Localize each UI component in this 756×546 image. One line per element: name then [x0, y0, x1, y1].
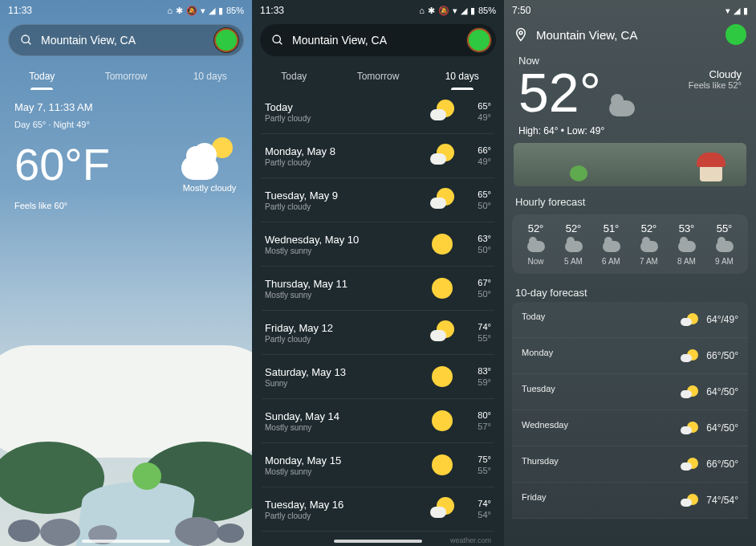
hi-temp: 63° [461, 233, 491, 244]
tab-today[interactable]: Today [252, 64, 336, 90]
signal-icon: ◢ [461, 6, 467, 16]
tab-tendays[interactable]: 10 days [168, 64, 252, 90]
svg-point-0 [22, 35, 29, 43]
daily-row[interactable]: Monday66°/50° [512, 338, 748, 374]
weather-tendays-screen: 11:33 ⌂ ✱ 🔕 ▾ ◢ ▮ 85% Mountain View, CA … [252, 0, 504, 546]
hour-temp: 52° [630, 222, 668, 234]
day-name: Today [522, 312, 673, 321]
day-temps: 64°/50° [706, 386, 738, 397]
hi-temp: 83° [461, 365, 491, 377]
status-icons: ⌂ ✱ 🔕 ▾ ◢ ▮ 85% [419, 6, 496, 16]
cast-icon: ⌂ [167, 6, 173, 15]
hour-temp: 51° [592, 222, 630, 234]
hour-temp: 52° [517, 222, 555, 234]
status-icons: ⌂ ✱ 🔕 ▾ ◢ ▮ 85% [167, 6, 244, 16]
location-search[interactable]: Mountain View, CA [8, 24, 244, 56]
frog-icon [570, 165, 587, 181]
lo-temp: 54° [461, 509, 491, 520]
forecast-row[interactable]: Saturday, May 13Sunny83°59° [262, 355, 494, 399]
hi-temp: 65° [461, 189, 491, 200]
daily-row[interactable]: Wednesday64°/50° [512, 410, 748, 446]
status-bar: 7:50 ▾ ◢ ▮ [504, 0, 756, 19]
hourly-item[interactable]: 55°9 AM [705, 222, 743, 266]
condition-label: Mostly cloudy [181, 183, 238, 193]
forecast-row[interactable]: Sunday, May 14Mostly sunny80°57° [262, 399, 494, 443]
forecast-row[interactable]: Wednesday, May 10Mostly sunny63°50° [262, 222, 494, 267]
hourly-forecast[interactable]: 52°Now52°5 AM51°6 AM52°7 AM53°8 AM55°9 A… [512, 214, 748, 274]
weather-icon [527, 241, 545, 252]
profile-dot-icon[interactable] [726, 24, 746, 45]
tab-today[interactable]: Today [0, 64, 84, 90]
hourly-title: Hourly forecast [504, 186, 756, 211]
ten-day-list[interactable]: TodayPartly cloudy65°49°Monday, May 8Par… [252, 90, 504, 532]
forecast-condition: Partly cloudy [265, 511, 424, 520]
weather-icon [678, 241, 696, 252]
now-block: Now 52° Cloudy Feels like 52° High: 64° … [504, 50, 756, 138]
lo-temp: 55° [461, 465, 491, 476]
hourly-item[interactable]: 51°6 AM [592, 222, 630, 266]
day-temps: 74°/54° [706, 495, 738, 506]
weather-icon [681, 313, 698, 326]
date-time: May 7, 11:33 AM [14, 101, 238, 113]
profile-dot-icon[interactable] [216, 30, 237, 51]
forecast-row[interactable]: Thursday, May 11Mostly sunny67°50° [262, 267, 494, 311]
hourly-item[interactable]: 52°7 AM [630, 222, 668, 266]
battery-icon: ▮ [743, 6, 748, 16]
battery-pct: 85% [226, 6, 244, 15]
wifi-icon: ▾ [453, 6, 457, 16]
weather-icon [681, 385, 698, 398]
data-source[interactable]: weather.com [252, 532, 504, 546]
search-text: Mountain View, CA [292, 34, 461, 47]
daily-row[interactable]: Friday74°/54° [512, 483, 748, 519]
profile-dot-icon[interactable] [469, 30, 490, 51]
hour-label: 6 AM [592, 257, 630, 266]
forecast-row[interactable]: Friday, May 12Partly cloudy74°55° [262, 311, 494, 355]
lo-temp: 49° [461, 156, 491, 167]
forecast-condition: Mostly sunny [265, 467, 424, 476]
forecast-condition: Mostly sunny [265, 247, 424, 255]
daily-row[interactable]: Today64°/49° [512, 302, 748, 338]
lo-temp: 57° [461, 421, 491, 432]
weather-icon [429, 275, 456, 302]
forecast-tabs: Today Tomorrow 10 days [252, 59, 504, 90]
frog-icon [132, 462, 161, 490]
tab-tomorrow[interactable]: Tomorrow [84, 64, 169, 90]
forecast-condition: Mostly sunny [265, 291, 424, 299]
nav-bar[interactable] [334, 540, 422, 543]
svg-line-3 [279, 42, 282, 44]
lo-temp: 49° [461, 112, 491, 123]
ten-day-forecast[interactable]: Today64°/49°Monday66°/50°Tuesday64°/50°W… [512, 302, 748, 519]
status-icons: ▾ ◢ ▮ [726, 6, 748, 16]
lo-temp: 50° [461, 200, 491, 211]
weather-icon [603, 241, 620, 252]
daily-row[interactable]: Thursday66°/50° [512, 446, 748, 483]
daily-row[interactable]: Tuesday64°/50° [512, 374, 748, 410]
location-search[interactable]: Mountain View, CA [260, 24, 496, 56]
weather-icon [716, 241, 734, 252]
now-feels-like: Feels like 52° [689, 80, 742, 90]
signal-icon: ◢ [734, 6, 740, 16]
hi-temp: 80° [461, 410, 491, 421]
wifi-icon: ▾ [201, 6, 205, 16]
location-bar[interactable]: Mountain View, CA [504, 19, 756, 50]
weather-icon [565, 241, 583, 252]
hourly-item[interactable]: 53°8 AM [668, 222, 705, 266]
tab-tendays[interactable]: 10 days [420, 64, 504, 90]
tab-tomorrow[interactable]: Tomorrow [336, 64, 421, 90]
weather-new-ui-screen: 7:50 ▾ ◢ ▮ Mountain View, CA Now 52° Clo… [504, 0, 756, 546]
forecast-row[interactable]: Monday, May 15Mostly sunny75°55° [262, 443, 494, 487]
weather-today-screen: 11:33 ⌂ ✱ 🔕 ▾ ◢ ▮ 85% Mountain View, CA … [0, 0, 252, 546]
weather-icon [429, 98, 456, 125]
status-bar: 11:33 ⌂ ✱ 🔕 ▾ ◢ ▮ 85% [0, 0, 252, 19]
forecast-row[interactable]: Tuesday, May 9Partly cloudy65°50° [262, 178, 494, 222]
hour-label: 8 AM [668, 257, 705, 266]
forecast-row[interactable]: TodayPartly cloudy65°49° [262, 90, 494, 134]
day-name: Monday [522, 348, 673, 357]
forecast-row[interactable]: Tuesday, May 16Partly cloudy74°54° [262, 487, 494, 532]
dnd-icon: 🔕 [186, 6, 197, 16]
hourly-item[interactable]: 52°Now [517, 222, 555, 266]
forecast-row[interactable]: Monday, May 8Partly cloudy66°49° [262, 134, 494, 178]
nav-bar[interactable] [82, 540, 170, 543]
hourly-item[interactable]: 52°5 AM [555, 222, 592, 266]
lo-temp: 50° [461, 288, 491, 299]
